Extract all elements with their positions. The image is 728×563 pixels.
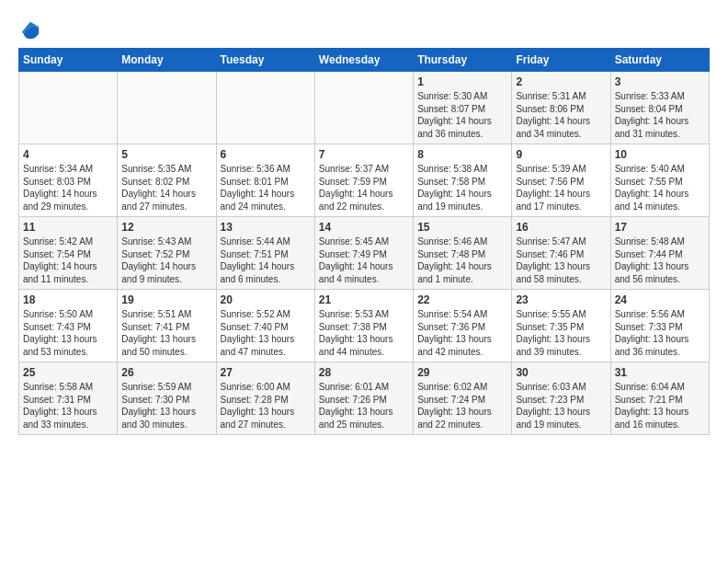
day-number: 19 — [121, 293, 211, 306]
calendar-cell: 7Sunrise: 5:37 AM Sunset: 7:59 PM Daylig… — [314, 144, 413, 217]
calendar-cell: 30Sunrise: 6:03 AM Sunset: 7:23 PM Dayli… — [512, 362, 610, 435]
week-row-4: 18Sunrise: 5:50 AM Sunset: 7:43 PM Dayli… — [19, 290, 710, 362]
day-info: Sunrise: 5:50 AM Sunset: 7:43 PM Dayligh… — [23, 308, 113, 358]
day-header-friday: Friday — [512, 49, 610, 72]
week-row-3: 11Sunrise: 5:42 AM Sunset: 7:54 PM Dayli… — [19, 217, 710, 290]
day-number: 24 — [615, 293, 705, 306]
calendar-cell: 25Sunrise: 5:58 AM Sunset: 7:31 PM Dayli… — [19, 362, 118, 435]
day-number: 18 — [23, 293, 113, 306]
day-info: Sunrise: 5:58 AM Sunset: 7:31 PM Dayligh… — [23, 381, 113, 431]
calendar-cell: 3Sunrise: 5:33 AM Sunset: 8:04 PM Daylig… — [610, 72, 709, 144]
day-header-sunday: Sunday — [19, 49, 118, 72]
calendar-cell: 29Sunrise: 6:02 AM Sunset: 7:24 PM Dayli… — [414, 362, 512, 435]
day-number: 20 — [221, 293, 311, 306]
calendar-cell: 19Sunrise: 5:51 AM Sunset: 7:41 PM Dayli… — [118, 290, 216, 362]
calendar-cell — [216, 72, 314, 144]
calendar-cell: 8Sunrise: 5:38 AM Sunset: 7:58 PM Daylig… — [414, 144, 512, 217]
day-number: 2 — [516, 75, 606, 88]
day-header-tuesday: Tuesday — [216, 49, 314, 72]
day-number: 31 — [615, 366, 705, 379]
day-info: Sunrise: 5:40 AM Sunset: 7:55 PM Dayligh… — [615, 163, 705, 213]
day-info: Sunrise: 5:30 AM Sunset: 8:07 PM Dayligh… — [417, 90, 507, 140]
calendar-cell: 9Sunrise: 5:39 AM Sunset: 7:56 PM Daylig… — [512, 144, 610, 217]
header — [18, 17, 710, 40]
day-number: 23 — [516, 293, 606, 306]
day-header-wednesday: Wednesday — [314, 49, 413, 72]
day-info: Sunrise: 5:47 AM Sunset: 7:46 PM Dayligh… — [516, 236, 606, 285]
day-number: 22 — [417, 293, 507, 306]
calendar-cell: 10Sunrise: 5:40 AM Sunset: 7:55 PM Dayli… — [610, 144, 709, 217]
day-info: Sunrise: 5:38 AM Sunset: 7:58 PM Dayligh… — [417, 163, 507, 213]
day-info: Sunrise: 5:45 AM Sunset: 7:49 PM Dayligh… — [319, 236, 409, 285]
calendar-cell: 1Sunrise: 5:30 AM Sunset: 8:07 PM Daylig… — [414, 72, 512, 144]
day-number: 17 — [615, 221, 705, 234]
calendar-cell: 11Sunrise: 5:42 AM Sunset: 7:54 PM Dayli… — [19, 217, 118, 290]
day-header-saturday: Saturday — [610, 49, 709, 72]
day-info: Sunrise: 5:46 AM Sunset: 7:48 PM Dayligh… — [417, 236, 507, 285]
calendar-cell: 23Sunrise: 5:55 AM Sunset: 7:35 PM Dayli… — [512, 290, 610, 362]
calendar-cell — [19, 72, 118, 144]
day-info: Sunrise: 5:53 AM Sunset: 7:38 PM Dayligh… — [319, 308, 409, 358]
page: SundayMondayTuesdayWednesdayThursdayFrid… — [0, 0, 728, 444]
header-row: SundayMondayTuesdayWednesdayThursdayFrid… — [19, 49, 710, 72]
day-header-monday: Monday — [118, 49, 216, 72]
calendar-cell: 26Sunrise: 5:59 AM Sunset: 7:30 PM Dayli… — [118, 362, 216, 435]
day-info: Sunrise: 6:03 AM Sunset: 7:23 PM Dayligh… — [516, 381, 606, 431]
calendar-cell: 20Sunrise: 5:52 AM Sunset: 7:40 PM Dayli… — [216, 290, 314, 362]
calendar-table: SundayMondayTuesdayWednesdayThursdayFrid… — [18, 48, 710, 435]
day-info: Sunrise: 5:51 AM Sunset: 7:41 PM Dayligh… — [121, 308, 211, 358]
day-info: Sunrise: 5:36 AM Sunset: 8:01 PM Dayligh… — [221, 163, 311, 213]
calendar-cell — [118, 72, 216, 144]
day-info: Sunrise: 5:31 AM Sunset: 8:06 PM Dayligh… — [516, 90, 606, 140]
day-number: 16 — [516, 221, 606, 234]
day-number: 6 — [221, 148, 311, 161]
day-info: Sunrise: 5:55 AM Sunset: 7:35 PM Dayligh… — [516, 308, 606, 358]
calendar-cell: 22Sunrise: 5:54 AM Sunset: 7:36 PM Dayli… — [414, 290, 512, 362]
calendar-cell: 14Sunrise: 5:45 AM Sunset: 7:49 PM Dayli… — [314, 217, 413, 290]
day-info: Sunrise: 5:39 AM Sunset: 7:56 PM Dayligh… — [516, 163, 606, 213]
calendar-cell: 6Sunrise: 5:36 AM Sunset: 8:01 PM Daylig… — [216, 144, 314, 217]
day-number: 15 — [417, 221, 507, 234]
day-header-thursday: Thursday — [414, 49, 512, 72]
calendar-cell: 21Sunrise: 5:53 AM Sunset: 7:38 PM Dayli… — [314, 290, 413, 362]
day-info: Sunrise: 5:44 AM Sunset: 7:51 PM Dayligh… — [221, 236, 311, 285]
day-info: Sunrise: 5:37 AM Sunset: 7:59 PM Dayligh… — [319, 163, 409, 213]
day-info: Sunrise: 5:59 AM Sunset: 7:30 PM Dayligh… — [121, 381, 211, 431]
day-info: Sunrise: 5:56 AM Sunset: 7:33 PM Dayligh… — [615, 308, 705, 358]
day-number: 4 — [23, 148, 113, 161]
day-number: 21 — [319, 293, 409, 306]
week-row-2: 4Sunrise: 5:34 AM Sunset: 8:03 PM Daylig… — [19, 144, 710, 217]
day-info: Sunrise: 5:43 AM Sunset: 7:52 PM Dayligh… — [121, 236, 211, 285]
day-number: 3 — [615, 75, 705, 88]
day-info: Sunrise: 5:54 AM Sunset: 7:36 PM Dayligh… — [417, 308, 507, 358]
day-number: 7 — [319, 148, 409, 161]
day-number: 1 — [417, 75, 507, 88]
calendar-cell: 2Sunrise: 5:31 AM Sunset: 8:06 PM Daylig… — [512, 72, 610, 144]
calendar-cell: 12Sunrise: 5:43 AM Sunset: 7:52 PM Dayli… — [118, 217, 216, 290]
day-info: Sunrise: 6:01 AM Sunset: 7:26 PM Dayligh… — [319, 381, 409, 431]
day-number: 29 — [417, 366, 507, 379]
day-number: 12 — [121, 221, 211, 234]
week-row-1: 1Sunrise: 5:30 AM Sunset: 8:07 PM Daylig… — [19, 72, 710, 144]
day-info: Sunrise: 5:35 AM Sunset: 8:02 PM Dayligh… — [121, 163, 211, 213]
calendar-cell: 17Sunrise: 5:48 AM Sunset: 7:44 PM Dayli… — [610, 217, 709, 290]
day-number: 26 — [121, 366, 211, 379]
day-number: 25 — [23, 366, 113, 379]
calendar-cell: 24Sunrise: 5:56 AM Sunset: 7:33 PM Dayli… — [610, 290, 709, 362]
day-info: Sunrise: 6:00 AM Sunset: 7:28 PM Dayligh… — [221, 381, 311, 431]
logo — [18, 20, 40, 40]
day-number: 8 — [417, 148, 507, 161]
day-number: 14 — [319, 221, 409, 234]
calendar-cell: 27Sunrise: 6:00 AM Sunset: 7:28 PM Dayli… — [216, 362, 314, 435]
day-number: 30 — [516, 366, 606, 379]
day-info: Sunrise: 6:02 AM Sunset: 7:24 PM Dayligh… — [417, 381, 507, 431]
calendar-cell: 28Sunrise: 6:01 AM Sunset: 7:26 PM Dayli… — [314, 362, 413, 435]
calendar-cell: 31Sunrise: 6:04 AM Sunset: 7:21 PM Dayli… — [610, 362, 709, 435]
day-number: 28 — [319, 366, 409, 379]
logo-icon — [20, 20, 40, 40]
day-number: 13 — [221, 221, 311, 234]
calendar-cell: 16Sunrise: 5:47 AM Sunset: 7:46 PM Dayli… — [512, 217, 610, 290]
day-info: Sunrise: 5:42 AM Sunset: 7:54 PM Dayligh… — [23, 236, 113, 285]
day-number: 11 — [23, 221, 113, 234]
calendar-cell: 4Sunrise: 5:34 AM Sunset: 8:03 PM Daylig… — [19, 144, 118, 217]
